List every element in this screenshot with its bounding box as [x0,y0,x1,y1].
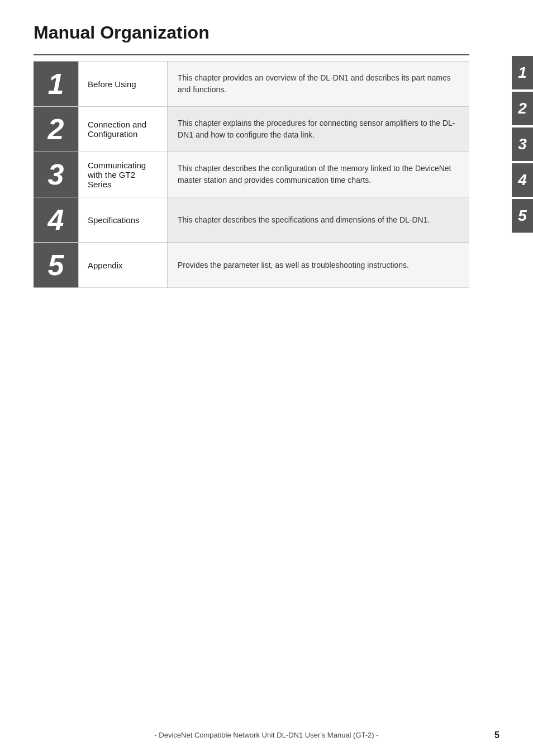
toc-desc-4: This chapter describes the specification… [168,197,469,242]
toc-num-3: 3 [34,152,78,197]
divider [34,54,469,55]
toc-num-1: 1 [34,62,78,106]
footer-text: - DeviceNet Compatible Network Unit DL-D… [154,731,378,739]
right-tab-3[interactable]: 3 [512,127,533,161]
toc-num-4: 4 [34,197,78,242]
page-content: Manual Organization 1Before UsingThis ch… [0,0,503,322]
toc-desc-5: Provides the parameter list, as well as … [168,243,469,287]
footer: - DeviceNet Compatible Network Unit DL-D… [0,731,533,739]
toc-title-3[interactable]: Communicating with the GT2 Series [78,152,168,197]
toc-desc-2: This chapter explains the procedures for… [168,107,469,152]
toc-title-4[interactable]: Specifications [78,197,168,242]
right-tab-2[interactable]: 2 [512,92,533,125]
toc-title-2[interactable]: Connection and Configuration [78,107,168,152]
toc-num-2: 2 [34,107,78,152]
toc-row: 4SpecificationsThis chapter describes th… [34,197,469,243]
toc-row: 2Connection and ConfigurationThis chapte… [34,107,469,152]
page-title: Manual Organization [34,22,469,43]
right-tab-1[interactable]: 1 [512,56,533,89]
toc-row: 5AppendixProvides the parameter list, as… [34,243,469,288]
right-tab-4[interactable]: 4 [512,163,533,197]
page-number: 5 [494,730,499,740]
toc-row: 3Communicating with the GT2 SeriesThis c… [34,152,469,197]
toc-desc-3: This chapter describes the configuration… [168,152,469,197]
toc-table: 1Before UsingThis chapter provides an ov… [34,61,469,288]
toc-num-5: 5 [34,243,78,287]
toc-row: 1Before UsingThis chapter provides an ov… [34,61,469,107]
toc-title-5[interactable]: Appendix [78,243,168,287]
toc-desc-1: This chapter provides an overview of the… [168,62,469,106]
right-tab-5[interactable]: 5 [512,199,533,233]
right-tabs: 12345 [512,56,533,233]
toc-title-1[interactable]: Before Using [78,62,168,106]
